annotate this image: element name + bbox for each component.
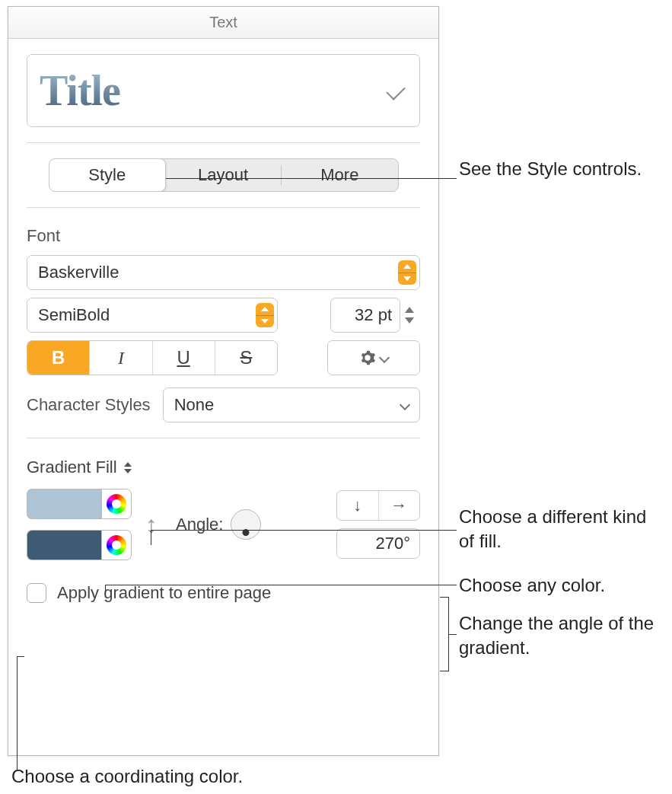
callout-leader [151, 530, 151, 545]
bold-button[interactable]: B [27, 341, 90, 375]
dropdown-stepper-icon [256, 303, 274, 327]
paragraph-style-preview: Title [40, 66, 120, 115]
callout-leader [17, 656, 18, 770]
chevron-down-icon [400, 400, 410, 410]
chevron-down-icon [379, 352, 390, 363]
direction-vertical-button[interactable]: ↓ [337, 491, 379, 520]
fill-type-label: Gradient Fill [27, 458, 117, 477]
fill-type-select[interactable]: Gradient Fill [27, 454, 132, 481]
callout-fill-kind: Choose a different kind of fill. [459, 505, 664, 554]
font-size-input[interactable]: 32 pt [330, 298, 400, 333]
text-style-segmented: B I U S [27, 340, 278, 375]
panel-title: Text [8, 7, 438, 39]
font-weight-select[interactable]: SemiBold [27, 298, 278, 333]
callout-leader [105, 585, 457, 585]
swap-colors-icon[interactable]: ↕ [145, 511, 158, 539]
callout-leader [105, 585, 106, 595]
callout-leader [151, 530, 457, 531]
callout-any-color: Choose any color. [459, 573, 664, 598]
divider [27, 207, 420, 208]
font-weight-value: SemiBold [38, 305, 110, 325]
color-wheel-button-2[interactable] [101, 530, 132, 560]
font-section-label: Font [27, 226, 420, 246]
tab-layout[interactable]: Layout [165, 159, 281, 191]
gradient-direction-segmented: ↓ → [336, 490, 420, 521]
underline-button[interactable]: U [153, 341, 215, 375]
gradient-color-2-well[interactable] [27, 530, 101, 560]
callout-style: See the Style controls. [459, 157, 657, 181]
stepper-up-icon[interactable] [405, 307, 414, 313]
strikethrough-button[interactable]: S [215, 341, 277, 375]
callout-leader [17, 656, 24, 657]
angle-label: Angle: [176, 515, 223, 534]
color-wheel-icon [107, 535, 126, 555]
character-styles-select[interactable]: None [163, 387, 420, 423]
angle-dial[interactable] [231, 509, 261, 540]
callout-angle: Change the angle of the gradient. [459, 611, 672, 661]
divider [27, 142, 420, 143]
direction-horizontal-button[interactable]: → [379, 491, 420, 520]
color-wheel-icon [107, 494, 126, 514]
gradient-color-1-well[interactable] [27, 489, 101, 519]
callout-leader [449, 634, 457, 635]
stepper-down-icon[interactable] [405, 317, 414, 324]
callout-bracket [440, 597, 449, 671]
tab-more[interactable]: More [282, 159, 397, 191]
paragraph-style-dropdown[interactable]: Title [27, 54, 420, 127]
updown-arrows-icon [123, 462, 132, 474]
apply-gradient-page-checkbox[interactable] [27, 583, 46, 603]
font-size-field: 32 pt [330, 298, 420, 333]
inspector-tabs: Style Layout More [49, 158, 399, 192]
text-inspector-panel: Text Title Style Layout More Font Basker… [8, 6, 439, 756]
apply-gradient-page-label: Apply gradient to entire page [57, 583, 271, 603]
angle-value-field[interactable]: 270° [336, 528, 420, 559]
color-wheel-button-1[interactable] [101, 489, 132, 519]
gear-icon [359, 349, 376, 366]
tab-style[interactable]: Style [49, 158, 166, 192]
gradient-swatches [27, 489, 132, 560]
font-size-stepper[interactable] [405, 307, 420, 324]
chevron-down-icon [386, 81, 405, 100]
dropdown-stepper-icon [398, 260, 416, 285]
divider [27, 438, 420, 438]
font-family-value: Baskerville [38, 263, 119, 282]
font-family-select[interactable]: Baskerville [27, 255, 420, 290]
italic-button[interactable]: I [90, 341, 152, 375]
advanced-options-button[interactable] [327, 340, 420, 375]
character-styles-value: None [174, 395, 215, 415]
callout-coordinating-color: Choose a coordinating color. [11, 764, 392, 789]
character-styles-label: Character Styles [27, 395, 151, 415]
